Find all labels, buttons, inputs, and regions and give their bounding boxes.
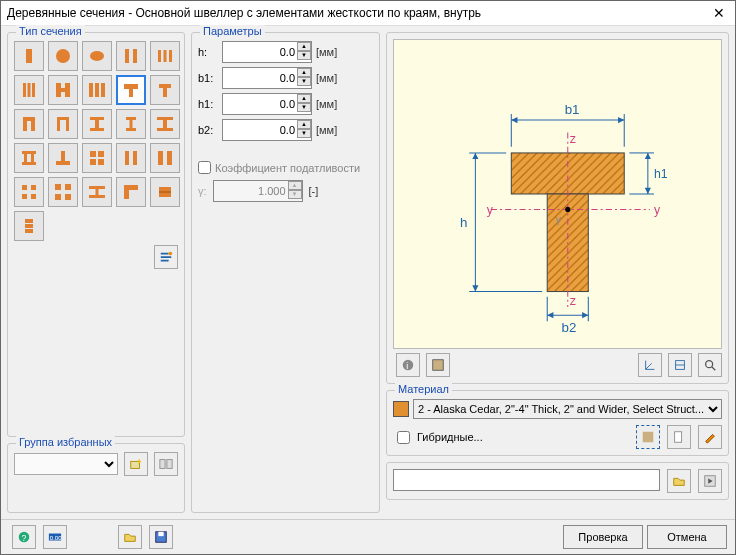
material-lib-button[interactable] [636, 425, 660, 449]
param-b2-label: b2: [198, 124, 218, 136]
svg-rect-63 [25, 219, 33, 223]
svg-rect-65 [25, 229, 33, 233]
svg-rect-43 [98, 151, 104, 157]
svg-rect-60 [96, 186, 99, 198]
svg-rect-20 [163, 88, 167, 97]
svg-text:z: z [570, 294, 576, 308]
svg-point-66 [169, 252, 173, 256]
section-icon-rect[interactable] [14, 41, 44, 71]
svg-rect-71 [511, 153, 624, 194]
command-input[interactable] [393, 469, 660, 491]
section-icon-double-rect[interactable] [116, 41, 146, 71]
svg-rect-52 [22, 194, 27, 199]
svg-rect-68 [160, 460, 165, 469]
spinner-icon[interactable]: ▲▼ [297, 94, 311, 112]
stress-button[interactable] [426, 353, 450, 377]
svg-rect-40 [61, 151, 65, 161]
section-icon-angle[interactable] [116, 177, 146, 207]
info-button[interactable]: i [396, 353, 420, 377]
save-button[interactable] [149, 525, 173, 549]
section-icon-two-plank[interactable] [150, 143, 180, 173]
library-button[interactable] [154, 245, 178, 269]
svg-rect-48 [158, 151, 163, 165]
svg-rect-4 [133, 49, 137, 63]
section-icon-four-sq[interactable] [14, 177, 44, 207]
flex-checkbox[interactable] [198, 161, 211, 174]
section-icon-tee-2[interactable] [150, 75, 180, 105]
material-select[interactable]: 2 - Alaska Cedar, 2"-4" Thick, 2" and Wi… [413, 399, 722, 419]
import-button[interactable] [118, 525, 142, 549]
section-icon-circle[interactable] [48, 41, 78, 71]
section-icon-two-col[interactable] [116, 143, 146, 173]
section-icon-channel[interactable] [14, 109, 44, 139]
command-run-button[interactable] [698, 469, 722, 493]
section-icon-four-sq-b[interactable] [48, 177, 78, 207]
svg-text:b2: b2 [562, 320, 577, 335]
svg-rect-26 [66, 117, 69, 131]
command-open-button[interactable] [667, 469, 691, 493]
material-new-button[interactable] [667, 425, 691, 449]
spinner-icon[interactable]: ▲▼ [297, 68, 311, 86]
svg-text:y: y [654, 203, 661, 217]
svg-rect-8 [23, 83, 26, 97]
help-button[interactable]: ? [12, 525, 36, 549]
svg-rect-15 [95, 83, 99, 97]
favorites-add-button[interactable] [124, 452, 148, 476]
spinner-icon[interactable]: ▲▼ [297, 42, 311, 60]
section-icon-brick[interactable] [150, 177, 180, 207]
svg-rect-25 [57, 117, 60, 131]
favorites-group: Группа избранных [7, 443, 185, 513]
svg-rect-64 [25, 224, 33, 228]
section-icon-tee-1[interactable] [116, 75, 146, 105]
material-title: Материал [395, 383, 452, 395]
favorites-select[interactable] [14, 453, 118, 475]
units-button[interactable]: 0.00 [43, 525, 67, 549]
svg-text:z: z [570, 132, 576, 146]
material-pick-button[interactable] [698, 425, 722, 449]
section-icon-stack[interactable] [14, 211, 44, 241]
command-group [386, 462, 729, 500]
svg-rect-49 [167, 151, 172, 165]
parameters-group: Параметры h: ▲▼ [мм] b1: ▲▼ [мм] h1: ▲▼ … [191, 32, 380, 513]
svg-rect-56 [55, 194, 61, 200]
svg-text:i: i [406, 361, 408, 371]
view-axes-button[interactable] [638, 353, 662, 377]
section-icon-triple-i[interactable] [150, 41, 180, 71]
svg-text:y: y [487, 203, 494, 217]
section-icon-grid[interactable] [82, 143, 112, 173]
svg-rect-6 [164, 50, 167, 62]
check-button[interactable]: Проверка [563, 525, 643, 549]
svg-rect-50 [22, 185, 27, 190]
cancel-button[interactable]: Отмена [647, 525, 727, 549]
section-icon-triple-plates[interactable] [82, 75, 112, 105]
favorites-manage-button[interactable] [154, 452, 178, 476]
spinner-icon[interactable]: ▲▼ [297, 120, 311, 138]
section-icon-tee-low[interactable] [48, 143, 78, 173]
view-dims-button[interactable] [668, 353, 692, 377]
svg-rect-29 [95, 117, 99, 131]
close-icon[interactable]: ✕ [709, 5, 729, 21]
section-icon-double-i[interactable] [48, 75, 78, 105]
svg-rect-14 [89, 83, 93, 97]
gamma-label: γ: [198, 185, 207, 197]
section-icon-triple-bars[interactable] [14, 75, 44, 105]
search-button[interactable] [698, 353, 722, 377]
svg-rect-55 [65, 184, 71, 190]
svg-rect-69 [167, 460, 172, 469]
svg-rect-104 [643, 432, 654, 443]
svg-rect-19 [159, 84, 171, 88]
svg-rect-47 [133, 151, 137, 165]
section-icon-ellipse[interactable] [82, 41, 112, 71]
svg-rect-45 [98, 159, 104, 165]
section-icon-channel-2[interactable] [48, 109, 78, 139]
unit-label: [мм] [316, 72, 337, 84]
hybrid-checkbox[interactable] [397, 431, 410, 444]
section-icon-i-wide[interactable] [150, 109, 180, 139]
section-icon-i-plates[interactable] [14, 143, 44, 173]
svg-rect-0 [26, 49, 32, 63]
svg-rect-112 [158, 532, 163, 536]
section-icon-i-narrow[interactable] [116, 109, 146, 139]
svg-point-2 [90, 51, 104, 61]
section-icon-i-flange[interactable] [82, 109, 112, 139]
section-icon-i-beam[interactable] [82, 177, 112, 207]
